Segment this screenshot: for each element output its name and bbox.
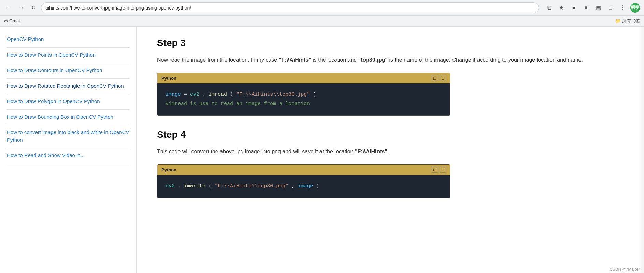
step4-code-body: cv2 . imwrite ( "F:\\AiHints\\top30.png"…: [157, 175, 450, 198]
folder-icon: 📁: [615, 18, 621, 24]
sidebar-item-read-show-video[interactable]: How to Read and Show Video in...: [7, 148, 129, 164]
step4-desc-part1: This code will convert the above jpg ima…: [157, 149, 355, 154]
step3-desc-bold2: "top30.jpg": [358, 57, 388, 63]
page-container: OpenCV Python How to Draw Points in Open…: [0, 27, 644, 273]
step3-heading: Step 3: [157, 37, 619, 48]
step3-desc-part2: is the location and: [311, 57, 358, 63]
step3-code-header: Python □ □: [157, 73, 450, 83]
chrome-icon[interactable]: ●: [569, 3, 578, 13]
step3-copy-btn-1[interactable]: □: [432, 75, 438, 81]
step4-code-block: Python □ □ cv2 . imwrite ( "F:\\AiHints\…: [157, 164, 450, 198]
step4-copy-btn-1[interactable]: □: [432, 167, 438, 173]
step4-desc-bold1: "F:\\AiHints": [355, 149, 387, 154]
sidebar: OpenCV Python How to Draw Points in Open…: [0, 27, 137, 273]
step4-copy-btn-2[interactable]: □: [440, 167, 446, 173]
step3-code-body: image = cv2 . imread ( "F:\\AiHints\\top…: [157, 83, 450, 115]
translate-icon[interactable]: ⧉: [544, 3, 554, 13]
forward-button[interactable]: →: [16, 3, 26, 13]
step3-desc-part3: is the name of the image. Change it acco…: [388, 57, 583, 63]
sidebar-item-draw-polygon[interactable]: How to Draw Polygon in OpenCV Python: [7, 94, 129, 110]
bookmark-bar: ✉ Gmail 📁 所有书签: [0, 16, 644, 27]
menu-icon[interactable]: ⋮: [618, 3, 628, 13]
step4-code-lang: Python: [161, 167, 176, 172]
step3-code-block: Python □ □ image = cv2 . imread ( "F:\\A…: [157, 73, 450, 116]
gmail-bookmark[interactable]: ✉ Gmail: [4, 18, 21, 24]
sidebar-item-black-white[interactable]: How to convert image into black and whit…: [7, 125, 129, 148]
sidebar-item-opencv-python[interactable]: OpenCV Python: [7, 32, 129, 48]
step3-desc-bold1: "F:\\AiHints": [279, 57, 311, 63]
main-content: Step 3 Now read the image from the locat…: [137, 27, 640, 273]
footer-note: CSDN @*Major*: [610, 267, 640, 272]
right-panel: [640, 27, 644, 273]
device-icon[interactable]: □: [606, 3, 615, 13]
mail-icon: ✉: [4, 18, 8, 24]
step3-copy-btn-2[interactable]: □: [440, 75, 446, 81]
step3-copy-icons: □ □: [432, 75, 446, 81]
step4-copy-icons: □ □: [432, 167, 446, 173]
sidebar-item-draw-points[interactable]: How to Draw Points in OpenCV Python: [7, 48, 129, 63]
step4-desc-part2: .: [387, 149, 390, 154]
bookmark-star-icon[interactable]: ★: [557, 3, 566, 13]
step3-code-line1: image = cv2 . imread ( "F:\\AiHints\\top…: [166, 90, 442, 99]
sidebar-item-draw-contours[interactable]: How to Draw Contours in OpenCV Python: [7, 63, 129, 79]
cast-icon[interactable]: ▩: [593, 3, 603, 13]
extensions-icon[interactable]: ■: [581, 3, 591, 13]
all-bookmarks[interactable]: 📁 所有书签: [615, 18, 640, 24]
address-bar[interactable]: aihints.com/how-to-convert-jpg-image-int…: [41, 2, 539, 13]
address-text: aihints.com/how-to-convert-jpg-image-int…: [45, 5, 534, 11]
reload-button[interactable]: ↻: [29, 3, 38, 13]
step4-description: This code will convert the above jpg ima…: [157, 147, 619, 156]
back-button[interactable]: ←: [4, 3, 14, 13]
sidebar-item-draw-rotated-rect[interactable]: How to Draw Rotated Rectangle in OpenCV …: [7, 79, 129, 94]
browser-toolbar-icons: ⧉ ★ ● ■ ▩ □ ⋮ 明宇: [544, 3, 640, 13]
step4-heading: Step 4: [157, 129, 619, 140]
step4-code-line1: cv2 . imwrite ( "F:\\AiHints\\top30.png"…: [166, 182, 442, 191]
step4-code-header: Python □ □: [157, 165, 450, 175]
browser-chrome: ← → ↻ aihints.com/how-to-convert-jpg-ima…: [0, 0, 644, 16]
step3-description: Now read the image from the location. In…: [157, 55, 619, 64]
step3-desc-part1: Now read the image from the location. In…: [157, 57, 279, 63]
step3-code-line2: #imread is use to read an image from a l…: [166, 99, 442, 108]
user-avatar[interactable]: 明宇: [630, 3, 640, 13]
step3-code-lang: Python: [161, 76, 176, 81]
sidebar-item-draw-bounding-box[interactable]: How to Draw Bounding Box in OpenCV Pytho…: [7, 110, 129, 125]
